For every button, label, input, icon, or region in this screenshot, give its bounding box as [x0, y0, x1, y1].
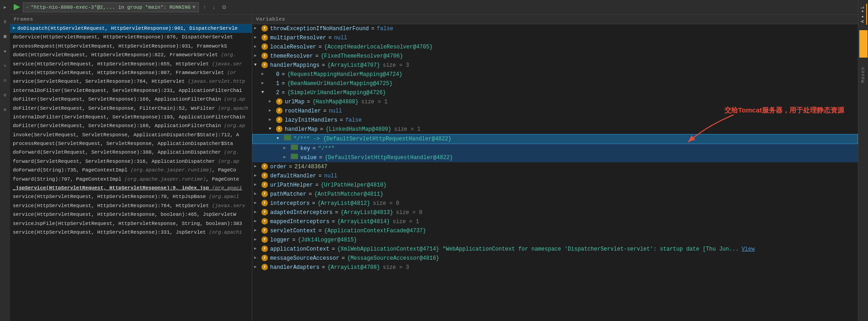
var-item[interactable]: ▼ f handlerMap = {LinkedHashMap@4809} si…: [252, 125, 858, 134]
var-item[interactable]: ▶ f throwExceptionIfNoHandlerFound = fal…: [252, 24, 858, 33]
expand-icon[interactable]: ▶: [254, 255, 260, 261]
var-item[interactable]: ▶ f lazyInitHandlers = false: [252, 116, 858, 125]
var-item[interactable]: ▶ f localeResolver = {AcceptHeaderLocale…: [252, 43, 858, 52]
expand-icon[interactable]: ▼: [269, 126, 274, 132]
frame-item[interactable]: doFilter(ServletRequest, ServletResponse…: [10, 95, 252, 104]
frame-item[interactable]: processRequest(ServletRequest, ServletRe…: [10, 139, 252, 148]
resume-button[interactable]: [14, 4, 20, 11]
frame-item[interactable]: doFilter(ServletRequest, ServletResponse…: [10, 122, 252, 130]
stop-icon[interactable]: ⏹: [1, 33, 9, 40]
run-icon[interactable]: ▶: [1, 4, 9, 11]
pause-icon[interactable]: ⏸: [1, 18, 9, 26]
frame-item[interactable]: doForward(String):735, PageContextImpl (…: [10, 166, 252, 175]
frame-item[interactable]: internalDoFilter(ServletRequest, Servlet…: [10, 113, 252, 122]
var-item[interactable]: ▶ 0 = {RequestMappingHandlerMapping@4724…: [252, 70, 858, 79]
frame-item[interactable]: doForward(ServletRequest, ServletRespons…: [10, 148, 252, 157]
plugin-icon[interactable]: ⊕: [1, 106, 9, 113]
var-item[interactable]: ▶ f messageSourceAccessor = {MessageSour…: [252, 254, 858, 263]
expand-icon[interactable]: ▶: [254, 191, 260, 197]
var-item[interactable]: ▶ f multipartResolver = null: [252, 33, 858, 43]
var-item[interactable]: ▼ f handlerMappings = {ArrayList@4707} s…: [252, 61, 858, 70]
frame-item[interactable]: _jspService(HttpServletRequest, HttpServ…: [10, 184, 252, 193]
expand-icon[interactable]: ▶: [254, 182, 260, 187]
var-value: null: [324, 172, 337, 180]
expand-icon[interactable]: ▼: [261, 90, 267, 95]
field-icon: f: [261, 200, 268, 206]
frame-item[interactable]: service(HttpServletRequest, HttpServletR…: [10, 202, 252, 210]
expand-icon[interactable]: ▶: [254, 200, 260, 206]
frame-item[interactable]: invoke(ServletRequest, ServletResponse, …: [10, 131, 252, 139]
sidebar-tab-antlr[interactable]: A▸▸L: [859, 4, 867, 25]
expand-icon[interactable]: ▶: [254, 53, 260, 59]
frame-item[interactable]: doService(HttpServletRequest, HttpServle…: [10, 33, 252, 42]
sidebar-tab-maven[interactable]: Maven: [860, 65, 867, 85]
expand-icon[interactable]: ▶: [261, 80, 267, 86]
expand-icon[interactable]: ▶: [254, 264, 260, 270]
frame-item[interactable]: processRequest(HttpServletRequest, HttpS…: [10, 42, 252, 51]
var-item[interactable]: ▶ f interceptors = {ArrayList@4812} size…: [252, 199, 858, 208]
expand-icon[interactable]: ▶: [254, 173, 260, 178]
variables-list[interactable]: ▶ f throwExceptionIfNoHandlerFound = fal…: [252, 24, 858, 321]
frame-item[interactable]: service(HttpServletRequest, HttpServletR…: [10, 210, 252, 219]
var-item[interactable]: ▶ key = "/**": [252, 144, 858, 153]
step-into-button[interactable]: ↓: [211, 3, 217, 11]
var-item[interactable]: ▶ f order = 214/483647: [252, 162, 858, 171]
frame-item[interactable]: service(HttpServletRequest, HttpServletR…: [10, 228, 252, 237]
var-item[interactable]: ▶ value = {DefaultServletHttpRequestHand…: [252, 153, 858, 162]
var-item[interactable]: ▶ f applicationContext = {XmlWebApplicat…: [252, 245, 858, 254]
frame-item[interactable]: ▶ doDispatch(HttpServletRequest, HttpSer…: [10, 24, 252, 33]
expand-icon[interactable]: ▶: [269, 99, 274, 104]
expand-icon[interactable]: ▼: [277, 136, 282, 141]
frame-item[interactable]: doFilter(ServletRequest, ServletResponse…: [10, 104, 252, 113]
step-over-button[interactable]: ↑: [202, 3, 208, 11]
frames-list[interactable]: ▶ doDispatch(HttpServletRequest, HttpSer…: [10, 24, 252, 321]
var-item[interactable]: ▶ 1 = {BeanNameUrlHandlerMapping@4725}: [252, 79, 858, 88]
expand-icon[interactable]: ▶: [254, 164, 260, 169]
frame-item[interactable]: service(HttpServletRequest, HttpServletR…: [10, 60, 252, 69]
var-item-selected[interactable]: ▼ "/**" -> {DefaultServletHttpRequestHan…: [252, 134, 858, 144]
frame-item[interactable]: forward(ServletRequest, ServletResponse)…: [10, 157, 252, 166]
var-item[interactable]: ▶ f urlPathHelper = {UrlPathHelper@4810}: [252, 181, 858, 190]
view-link[interactable]: View: [741, 245, 755, 253]
expand-icon[interactable]: ▶: [283, 145, 289, 151]
frame-item[interactable]: forward(String):707, PageContextImpl (or…: [10, 175, 252, 184]
var-item[interactable]: ▶ f logger = {Jdk14Logger@4815}: [252, 235, 858, 245]
var-item[interactable]: ▶ f urlMap = {HashMap@4808} size = 1: [252, 97, 858, 107]
camera-icon[interactable]: ⊙: [1, 77, 9, 84]
var-item[interactable]: ▶ f defaultHandler = null: [252, 171, 858, 181]
expand-icon[interactable]: ▶: [269, 117, 274, 123]
expand-icon[interactable]: ▶: [254, 44, 260, 49]
var-item[interactable]: ▶ f servletContext = {ApplicationContext…: [252, 226, 858, 235]
filter-button[interactable]: ⚙: [220, 3, 229, 11]
var-item[interactable]: ▶ f adaptedInterceptors = {ArrayList@481…: [252, 208, 858, 217]
var-item[interactable]: ▶ f mappedInterceptors = {ArrayList@4814…: [252, 217, 858, 226]
settings-icon[interactable]: ⚙: [1, 91, 9, 99]
frame-text: service(HttpServletRequest, HttpServletR…: [13, 211, 236, 218]
expand-icon[interactable]: ▶: [254, 209, 260, 215]
frame-item[interactable]: doGet(HttpServletRequest, HttpServletRes…: [10, 51, 252, 59]
expand-icon[interactable]: ▶: [254, 26, 260, 31]
frame-item[interactable]: service(HttpServletRequest, HttpServletR…: [10, 69, 252, 77]
frame-item[interactable]: service(HttpServletRequest, HttpServletR…: [10, 193, 252, 201]
record-icon[interactable]: ●: [1, 48, 9, 55]
expand-icon[interactable]: ▶: [283, 155, 289, 160]
expand-icon[interactable]: ▼: [254, 62, 260, 68]
var-item[interactable]: ▶ f handlerAdapters = {ArrayList@4708} s…: [252, 263, 858, 272]
dropdown-arrow[interactable]: ▼: [192, 5, 196, 10]
expand-icon[interactable]: ▶: [254, 237, 260, 242]
expand-icon[interactable]: ▶: [254, 35, 260, 40]
var-item[interactable]: ▶ f rootHandler = null: [252, 107, 858, 116]
edit-icon[interactable]: ✎: [1, 62, 9, 70]
expand-icon[interactable]: ▶: [254, 219, 260, 224]
thread-selector[interactable]: ✓ *http-nio-8080-exec-3*@2,... in group …: [23, 2, 199, 12]
frame-item[interactable]: internalDoFilter(ServletRequest, Servlet…: [10, 86, 252, 95]
var-item[interactable]: ▼ 2 = {SimpleUrlHandlerMapping@4726}: [252, 88, 858, 97]
expand-icon[interactable]: ▶: [261, 71, 267, 77]
frame-item[interactable]: serviceJspFile(HttpServletRequest, HttpS…: [10, 219, 252, 228]
expand-icon[interactable]: ▶: [254, 246, 260, 251]
expand-icon[interactable]: ▶: [269, 108, 274, 113]
expand-icon[interactable]: ▶: [254, 228, 260, 233]
var-item[interactable]: ▶ f pathMatcher = {AntPathMatcher@4811}: [252, 190, 858, 199]
var-item[interactable]: ▶ f themeResolver = {FixedThemeResolver@…: [252, 52, 858, 61]
frame-item[interactable]: service(ServletRequest, ServletResponse)…: [10, 77, 252, 86]
